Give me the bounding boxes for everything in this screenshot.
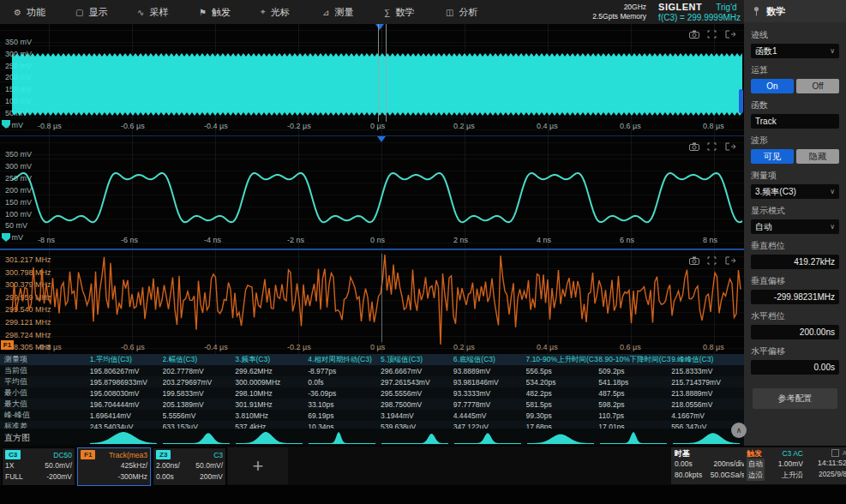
measurement-value: 195.008030mV bbox=[90, 389, 163, 398]
toggle-option[interactable]: On bbox=[751, 79, 794, 93]
measurement-value: 195.806267mV bbox=[90, 367, 163, 375]
measurement-row-label: 当前值 bbox=[0, 365, 90, 376]
measurement-histogram bbox=[163, 430, 230, 444]
value-field[interactable]: 0.00s bbox=[751, 360, 839, 375]
clock-time: 14:11:52 bbox=[806, 458, 846, 469]
channel-box-z3[interactable]: Z3C32.00ns/50.0mV/0.00s200mV bbox=[153, 447, 226, 486]
c3-waveform bbox=[0, 24, 744, 135]
waveform-panel-zoom[interactable]: 350 mV300 mV250 mV200 mV150 mV100 mV50 m… bbox=[0, 136, 744, 249]
measurement-column-header[interactable]: 7.10-90%上升时间(C3) bbox=[526, 355, 599, 365]
menu-item-display[interactable]: ▢显示 bbox=[62, 6, 123, 19]
field-value: 垂直偏移-299.98231MHz bbox=[751, 275, 839, 304]
measurement-row-label: 峰-峰值 bbox=[0, 410, 90, 421]
menu-item-cursor[interactable]: ⌖光标 bbox=[247, 6, 309, 19]
measurement-value: 202.7778mV bbox=[163, 367, 236, 375]
dropdown[interactable]: 函数1∨ bbox=[751, 44, 839, 58]
collapse-button[interactable]: ∧ bbox=[731, 423, 747, 438]
zoom-window-left-edge[interactable] bbox=[378, 24, 379, 122]
analysis-icon: ◫ bbox=[446, 8, 453, 17]
menu-item-measure[interactable]: ⊿测量 bbox=[309, 6, 370, 19]
measurement-column-header[interactable]: 2.幅值(C3) bbox=[163, 355, 236, 365]
field-toggle: 运算OnOff bbox=[751, 64, 839, 93]
measurement-histogram bbox=[527, 430, 594, 444]
field-label: 迹线 bbox=[751, 29, 839, 41]
toggle-option[interactable]: 可见 bbox=[751, 149, 794, 164]
measurement-histogram bbox=[309, 430, 375, 444]
value-field[interactable]: 200.00ns bbox=[751, 325, 839, 339]
measurement-header-row: 测量项1.平均值(C3)2.幅值(C3)3.频率(C3)4.相对周期抖动(C3)… bbox=[0, 354, 744, 365]
measurement-value: 93.981846mV bbox=[453, 378, 526, 387]
channel-values-row: 425kHz/ bbox=[81, 460, 147, 471]
toggle-option[interactable]: Off bbox=[796, 79, 839, 93]
field-label: 测量项 bbox=[751, 170, 839, 182]
measurement-column-header[interactable]: 8.90-10%下降时间(C3) bbox=[598, 355, 671, 365]
pin-icon[interactable] bbox=[753, 6, 760, 16]
channel-badge: F1 bbox=[81, 450, 95, 459]
measurement-column-header[interactable]: 4.相对周期抖动(C3) bbox=[308, 355, 381, 365]
dialog-title: 数学 bbox=[766, 5, 785, 18]
measurement-value: 215.714379mV bbox=[671, 378, 744, 387]
measurement-value: 296.6667mV bbox=[381, 367, 453, 375]
timebase-row: 80.0kpts50.0GSa/s bbox=[675, 470, 745, 481]
f1-trace-label[interactable]: F1 bbox=[1, 340, 14, 350]
channel-badge: Z3 bbox=[156, 450, 171, 459]
measurement-histogram bbox=[236, 430, 303, 444]
measurement-value: 205.1389mV bbox=[163, 400, 236, 409]
math-dialog: 数学 迹线函数1∨运算OnOff函数Track波形可见隐藏测量项3.频率(C3)… bbox=[744, 0, 846, 446]
letter-a-icon: A bbox=[843, 449, 846, 457]
dropdown[interactable]: 3.频率(C3)∨ bbox=[751, 184, 839, 199]
value-field[interactable]: -299.98231MHz bbox=[751, 290, 839, 304]
measurement-column-header[interactable]: 9.峰峰值(C3) bbox=[671, 355, 744, 365]
toggle-option[interactable]: 隐藏 bbox=[796, 149, 839, 164]
clock-date: 2025/9/8 bbox=[806, 469, 846, 480]
measurement-row: 当前值195.806267mV202.7778mV299.62MHz-8.977… bbox=[0, 365, 744, 376]
measurement-value: 215.8333mV bbox=[671, 367, 744, 375]
value-field[interactable]: 419.27kHz bbox=[751, 255, 839, 269]
measurement-value: 213.8889mV bbox=[671, 389, 744, 398]
add-trace-button[interactable]: + bbox=[228, 447, 288, 484]
measurement-column-header[interactable]: 5.顶端值(C3) bbox=[381, 355, 453, 365]
menu-item-trigger-flag[interactable]: ⚑触发 bbox=[185, 6, 247, 19]
measurement-value: 199.5833mV bbox=[163, 389, 236, 398]
waveform-panel-main[interactable]: 350 mV300 mV250 mV200 mV150 mV100 mV50 m… bbox=[0, 24, 744, 136]
acquisition-status: 20GHz 2.5Gpts Memory SIGLENT Trig'd f(C3… bbox=[592, 0, 741, 24]
trigger-position-marker[interactable] bbox=[377, 136, 386, 142]
measurement-column-header[interactable]: 1.平均值(C3) bbox=[90, 355, 163, 365]
measurement-row-label: 最大值 bbox=[0, 399, 90, 410]
measurement-value: 297.261543mV bbox=[381, 378, 453, 387]
measurement-value: 299.62MHz bbox=[235, 367, 308, 375]
zoom-window-right-edge[interactable] bbox=[386, 24, 387, 122]
field-input: 函数Track bbox=[751, 99, 839, 129]
display-icon: ▢ bbox=[75, 8, 83, 17]
toggle: OnOff bbox=[751, 79, 839, 93]
menu-item-sample[interactable]: ∿采样 bbox=[123, 6, 185, 19]
math-dialog-header[interactable]: 数学 bbox=[744, 0, 846, 22]
field-label: 显示模式 bbox=[751, 205, 839, 217]
trigger-position-marker[interactable] bbox=[375, 24, 384, 30]
measurement-column-header[interactable]: 3.频率(C3) bbox=[235, 355, 308, 365]
measurement-value: 556.5ps bbox=[526, 367, 599, 375]
text-input[interactable]: Track bbox=[751, 114, 839, 129]
menu-item-math[interactable]: ∑数学 bbox=[370, 6, 432, 19]
dropdown[interactable]: 自动∨ bbox=[751, 219, 839, 234]
measurement-row-label: 测量项 bbox=[0, 354, 90, 365]
zoom-region-indicator[interactable] bbox=[739, 89, 743, 113]
gear-icon: ⚙ bbox=[14, 8, 21, 17]
timebase-box[interactable]: 时基 0.00s200ns/div80.0kpts50.0GSa/s bbox=[671, 447, 748, 484]
measurement-value: 298.10MHz bbox=[235, 389, 308, 398]
reference-config-button[interactable]: 参考配置 bbox=[753, 388, 837, 409]
status-icons: A bbox=[806, 448, 846, 458]
channel-box-f1[interactable]: F1Track(mea3425kHz/-300MHz bbox=[77, 447, 151, 486]
measurement-value: 1.696414mV bbox=[90, 411, 163, 420]
field-value: 垂直档位419.27kHz bbox=[751, 240, 839, 269]
menu-item-gear[interactable]: ⚙功能 bbox=[0, 6, 62, 19]
channel-box-c3[interactable]: C3DC501X50.0mV/FULL-200mV bbox=[2, 447, 75, 486]
trigger-box[interactable]: 触发 C3 AC 自动1.00mV边沿上升沿 bbox=[744, 447, 806, 484]
datetime-box[interactable]: A 14:11:52 2025/9/8 bbox=[803, 447, 846, 484]
channel-title: DC50 bbox=[53, 451, 72, 459]
memory-label: 2.5Gpts Memory bbox=[592, 12, 646, 21]
waveform-panel-track[interactable]: 301.217 MHz300.798 MHz300.379 MHz299.959… bbox=[0, 249, 744, 356]
menu-item-analysis[interactable]: ◫分析 bbox=[432, 6, 494, 19]
dropdown-value: 函数1 bbox=[755, 45, 777, 57]
measurement-column-header[interactable]: 6.底端值(C3) bbox=[453, 355, 526, 365]
